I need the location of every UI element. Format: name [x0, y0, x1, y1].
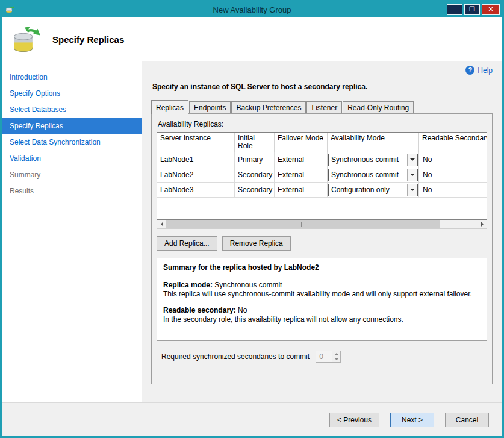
table-row[interactable]: LabNode1 Primary External Synchronous co…: [157, 152, 487, 167]
tab-listener[interactable]: Listener: [306, 101, 342, 113]
tab-strip: Replicas Endpoints Backup Preferences Li…: [151, 99, 493, 113]
scroll-left-icon[interactable]: [157, 220, 166, 228]
instruction-text: Specify an instance of SQL Server to hos…: [152, 83, 493, 91]
help-icon: ?: [465, 66, 474, 75]
window-title: New Availability Group: [2, 5, 502, 14]
wizard-steps-sidebar: Introduction Specify Options Select Data…: [2, 61, 142, 402]
readable-secondary-value: No: [420, 155, 487, 164]
cell-failover-mode: External: [275, 183, 328, 198]
cell-initial-role: Primary: [235, 152, 275, 167]
column-header-failover-mode: Failover Mode: [275, 133, 328, 152]
titlebar: New Availability Group – ❐ ✕: [2, 2, 502, 17]
availability-mode-value: Synchronous commit: [329, 171, 407, 179]
minimize-button[interactable]: –: [447, 4, 462, 15]
scroll-right-icon[interactable]: [478, 220, 487, 228]
cell-server-instance: LabNode3: [157, 183, 235, 198]
availability-replicas-label: Availability Replicas:: [158, 120, 487, 128]
replicas-grid: Server Instance Initial Role Failover Mo…: [157, 132, 487, 220]
add-replica-button[interactable]: Add Replica...: [157, 236, 217, 251]
readable-secondary-value: No: [420, 171, 487, 179]
cancel-button[interactable]: Cancel: [445, 413, 489, 427]
tab-replicas[interactable]: Replicas: [151, 100, 188, 114]
remove-replica-button[interactable]: Remove Replica: [222, 236, 291, 251]
sidebar-item-validation[interactable]: Validation: [2, 151, 142, 167]
availability-mode-dropdown[interactable]: Synchronous commit: [328, 154, 418, 166]
sidebar-item-results: Results: [2, 183, 142, 199]
sidebar-item-summary: Summary: [2, 167, 142, 183]
chevron-down-icon: [407, 169, 417, 181]
wizard-content: ? Help Specify an instance of SQL Server…: [142, 61, 502, 402]
availability-mode-dropdown[interactable]: Configuration only: [328, 184, 418, 196]
availability-mode-value: Synchronous commit: [329, 155, 407, 164]
readable-secondary-label: Readable secondary:: [163, 306, 236, 314]
spinner-up-icon[interactable]: [332, 351, 340, 357]
chevron-down-icon: [407, 184, 417, 196]
help-label: Help: [478, 66, 493, 75]
replica-mode-description: This replica will use synchronous-commit…: [163, 290, 481, 299]
required-secondaries-label: Required synchronized secondaries to com…: [161, 352, 310, 361]
readable-secondary-dropdown[interactable]: No: [420, 169, 487, 181]
readable-secondary-value: No: [420, 186, 487, 194]
tab-read-only-routing[interactable]: Read-Only Routing: [343, 101, 414, 113]
sidebar-item-select-data-synchronization[interactable]: Select Data Synchronization: [2, 134, 142, 151]
sidebar-item-specify-replicas[interactable]: Specify Replicas: [2, 118, 142, 134]
scrollbar-thumb[interactable]: [166, 220, 440, 228]
tab-backup-preferences[interactable]: Backup Preferences: [231, 101, 306, 113]
scrollbar-track[interactable]: [166, 220, 478, 228]
column-header-initial-role: Initial Role: [235, 133, 275, 152]
close-button[interactable]: ✕: [482, 4, 500, 15]
maximize-button[interactable]: ❐: [464, 4, 480, 15]
cell-server-instance: LabNode1: [157, 152, 235, 167]
replicas-tab-panel: Availability Replicas: Server Instance I…: [151, 113, 493, 384]
table-row[interactable]: LabNode3 Secondary External Configuratio…: [157, 183, 487, 198]
cell-failover-mode: External: [275, 167, 328, 183]
readable-secondary-dropdown[interactable]: No: [420, 184, 487, 196]
table-row[interactable]: LabNode2 Secondary External Synchronous …: [157, 167, 487, 183]
previous-button[interactable]: < Previous: [329, 413, 379, 427]
cell-initial-role: Secondary: [235, 167, 275, 183]
readable-secondary-description: In the secondary role, this availability…: [163, 315, 481, 324]
replica-mode-value: Synchronous commit: [213, 281, 282, 289]
spinner-down-icon[interactable]: [332, 357, 340, 363]
readable-secondary-summary-value: No: [236, 306, 247, 314]
new-availability-group-window: New Availability Group – ❐ ✕ Specify Rep…: [0, 0, 504, 438]
required-secondaries-spinner[interactable]: 0: [316, 351, 341, 363]
chevron-down-icon: [407, 154, 417, 166]
cell-server-instance: LabNode2: [157, 167, 235, 183]
availability-mode-value: Configuration only: [329, 186, 407, 194]
cell-initial-role: Secondary: [235, 183, 275, 198]
next-button[interactable]: Next >: [390, 413, 434, 427]
help-link[interactable]: ? Help: [465, 66, 493, 75]
tab-endpoints[interactable]: Endpoints: [189, 101, 231, 113]
column-header-availability-mode: Availability Mode: [328, 133, 419, 152]
column-header-server-instance: Server Instance: [157, 133, 235, 152]
availability-mode-dropdown[interactable]: Synchronous commit: [328, 169, 418, 181]
app-icon: [5, 5, 14, 14]
sidebar-item-introduction[interactable]: Introduction: [2, 69, 142, 86]
wizard-header: Specify Replicas: [2, 17, 502, 61]
replica-summary-panel: Summary for the replica hosted by LabNod…: [157, 258, 487, 341]
replica-mode-label: Replica mode:: [163, 281, 213, 289]
column-header-readable-secondary: Readable Secondary: [419, 133, 487, 152]
sidebar-item-select-databases[interactable]: Select Databases: [2, 102, 142, 118]
cell-failover-mode: External: [275, 152, 328, 167]
sidebar-item-specify-options[interactable]: Specify Options: [2, 86, 142, 102]
grid-header: Server Instance Initial Role Failover Mo…: [157, 133, 487, 152]
spinner-value: 0: [316, 351, 332, 362]
database-icon: [10, 23, 42, 55]
summary-title: Summary for the replica hosted by LabNod…: [163, 263, 481, 272]
horizontal-scrollbar[interactable]: [157, 220, 487, 229]
page-title: Specify Replicas: [52, 34, 124, 45]
wizard-footer: < Previous Next > Cancel: [2, 402, 502, 436]
readable-secondary-dropdown[interactable]: No: [420, 154, 487, 166]
